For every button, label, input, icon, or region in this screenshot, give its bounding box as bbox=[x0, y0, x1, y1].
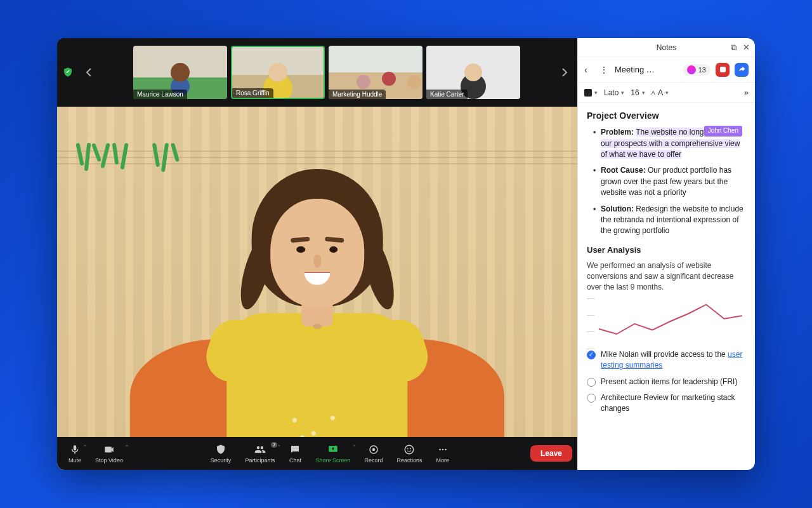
back-button[interactable]: ‹ bbox=[584, 65, 594, 75]
svg-point-4 bbox=[407, 448, 409, 450]
chevron-down-icon: ▾ bbox=[642, 90, 645, 96]
record-icon bbox=[367, 443, 380, 456]
font-size-picker[interactable]: 16▾ bbox=[631, 88, 645, 97]
kebab-menu-icon[interactable]: ⋮ bbox=[599, 65, 610, 75]
task-item[interactable]: Architecture Review for marketing stack … bbox=[587, 392, 746, 415]
share-screen-icon bbox=[327, 443, 339, 456]
presence-count: 13 bbox=[698, 66, 706, 74]
participant-thumb[interactable]: Maurice Lawson bbox=[133, 46, 227, 99]
leave-button[interactable]: Leave bbox=[530, 445, 572, 462]
thumb-label: Maurice Lawson bbox=[133, 90, 187, 99]
task-checkbox[interactable] bbox=[587, 351, 596, 359]
participant-thumb[interactable]: Katie Carter bbox=[426, 46, 520, 99]
analysis-paragraph[interactable]: We performed an analysis of website conv… bbox=[587, 260, 746, 293]
chevron-up-icon[interactable]: ^ bbox=[126, 443, 128, 449]
task-list: Mike Nolan will provide access to the us… bbox=[587, 349, 746, 415]
text-color-picker[interactable]: ▾ bbox=[584, 89, 598, 97]
font-family-picker[interactable]: Lato▾ bbox=[604, 88, 624, 97]
mute-button[interactable]: Mute^ bbox=[62, 441, 88, 466]
task-item[interactable]: Present action items for leadership (FRI… bbox=[587, 377, 746, 387]
format-toolbar: ▾ Lato▾ 16▾ AA▾ » bbox=[578, 83, 755, 103]
task-text: Present action items for leadership (FRI… bbox=[601, 377, 737, 387]
bullet-item[interactable]: Problem: The website no longer provides … bbox=[593, 127, 746, 160]
thumb-label: Marketing Huddle bbox=[329, 90, 386, 99]
notes-panel-title: Notes bbox=[657, 43, 676, 52]
avatar bbox=[687, 65, 696, 74]
participant-thumb[interactable]: Rosa Griffin bbox=[231, 46, 325, 99]
chat-button[interactable]: Chat bbox=[282, 441, 308, 466]
video-area: Maurice Lawson Rosa Griffin Marketing Hu… bbox=[57, 38, 577, 470]
collaborator-cursor-tag: John Chen bbox=[704, 126, 742, 137]
chevron-up-icon[interactable]: ^ bbox=[84, 443, 86, 449]
chevron-down-icon: ▾ bbox=[665, 90, 669, 96]
presence-pill[interactable]: 13 bbox=[683, 64, 710, 76]
task-checkbox[interactable] bbox=[587, 394, 596, 403]
stop-video-button[interactable]: Stop Video^ bbox=[89, 441, 129, 466]
task-item[interactable]: Mike Nolan will provide access to the us… bbox=[587, 349, 746, 371]
microphone-icon bbox=[69, 443, 81, 456]
thumbnail-strip: Maurice Lawson Rosa Griffin Marketing Hu… bbox=[57, 38, 577, 107]
bullet-item[interactable]: Root Cause: Our product portfolio has gr… bbox=[593, 165, 746, 198]
format-overflow-button[interactable]: » bbox=[744, 88, 749, 97]
share-screen-button[interactable]: Share Screen^ bbox=[309, 441, 357, 466]
bullet-item[interactable]: Solution: Redesign the website to includ… bbox=[593, 204, 746, 237]
heading-overview: Project Overview bbox=[587, 109, 746, 122]
shield-icon bbox=[214, 443, 227, 456]
svg-point-5 bbox=[410, 448, 412, 450]
encryption-shield-icon[interactable] bbox=[62, 67, 74, 78]
text-size-button[interactable]: AA▾ bbox=[652, 88, 669, 97]
notes-subheader: ‹ ⋮ Meeting … 13 bbox=[578, 57, 755, 83]
chat-icon bbox=[289, 443, 301, 456]
task-checkbox[interactable] bbox=[587, 378, 596, 387]
camera-icon bbox=[103, 443, 115, 456]
task-link[interactable]: user testing summaries bbox=[601, 350, 742, 370]
people-icon bbox=[254, 443, 266, 456]
app-window: Maurice Lawson Rosa Griffin Marketing Hu… bbox=[57, 38, 755, 470]
record-note-button[interactable] bbox=[716, 63, 730, 77]
thumbs-next-button[interactable] bbox=[557, 65, 572, 80]
heading-analysis: User Analysis bbox=[587, 244, 746, 257]
more-icon bbox=[436, 443, 449, 456]
notes-header: Notes ⧉ ✕ bbox=[578, 38, 755, 57]
more-button[interactable]: More bbox=[430, 441, 456, 466]
svg-point-6 bbox=[439, 449, 441, 451]
chevron-up-icon[interactable]: ^ bbox=[278, 443, 280, 449]
chevron-up-icon[interactable]: ^ bbox=[353, 443, 356, 449]
thumb-label: Katie Carter bbox=[426, 90, 468, 99]
chevron-down-icon: ▾ bbox=[594, 90, 598, 96]
svg-point-3 bbox=[405, 445, 414, 454]
task-text: Mike Nolan will provide access to the us… bbox=[601, 349, 746, 371]
popout-icon[interactable]: ⧉ bbox=[731, 43, 737, 53]
record-button[interactable]: Record bbox=[358, 441, 389, 466]
active-speaker-video[interactable] bbox=[57, 107, 577, 470]
chevron-down-icon: ▾ bbox=[621, 90, 624, 96]
reactions-button[interactable]: Reactions bbox=[390, 441, 428, 466]
participant-thumb[interactable]: Marketing Huddle bbox=[329, 46, 422, 99]
meeting-toolbar: Mute^ Stop Video^ Security Participants … bbox=[57, 437, 577, 470]
close-icon[interactable]: ✕ bbox=[743, 43, 750, 53]
thumbnail-list: Maurice Lawson Rosa Griffin Marketing Hu… bbox=[102, 46, 552, 99]
conversions-chart bbox=[587, 298, 746, 349]
document-title[interactable]: Meeting … bbox=[615, 65, 678, 74]
participants-count-badge: 7 bbox=[271, 442, 277, 448]
task-text: Architecture Review for marketing stack … bbox=[601, 392, 746, 415]
svg-point-8 bbox=[445, 449, 447, 451]
smile-icon bbox=[403, 443, 416, 456]
notes-panel: Notes ⧉ ✕ ‹ ⋮ Meeting … 13 ▾ Lato▾ 16▾ A… bbox=[577, 38, 755, 470]
thumb-label: Rosa Griffin bbox=[232, 88, 273, 98]
security-button[interactable]: Security bbox=[204, 441, 238, 466]
svg-point-2 bbox=[372, 448, 376, 451]
share-note-button[interactable] bbox=[735, 63, 749, 77]
svg-point-7 bbox=[442, 449, 443, 451]
participants-button[interactable]: Participants 7 ^ bbox=[239, 441, 281, 466]
thumbs-prev-button[interactable] bbox=[81, 65, 96, 80]
notes-editor[interactable]: Project Overview Problem: The website no… bbox=[578, 103, 755, 470]
